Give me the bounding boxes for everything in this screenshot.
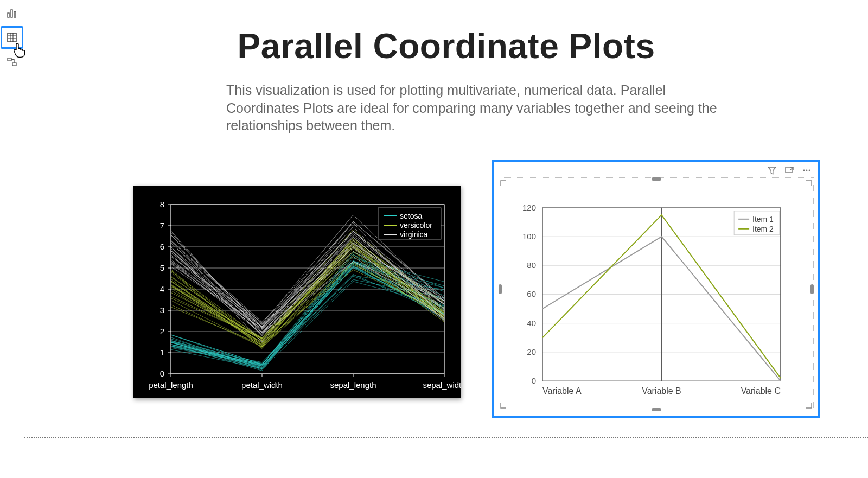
- svg-text:0: 0: [160, 369, 164, 378]
- view-switcher-rail: [0, 0, 24, 478]
- svg-text:sepal_length: sepal_length: [330, 380, 376, 390]
- iris-parallel-chart: 012345678petal_lengthpetal_widthsepal_le…: [133, 186, 461, 398]
- crop-corner-icon: [806, 179, 812, 186]
- resize-handle-right[interactable]: [810, 284, 814, 294]
- visual-toolbar: [766, 164, 813, 176]
- resize-handle-top[interactable]: [652, 177, 661, 181]
- resize-handle-bottom[interactable]: [652, 408, 661, 411]
- visual-focus-button[interactable]: [783, 164, 795, 176]
- svg-text:Variable B: Variable B: [642, 386, 681, 396]
- svg-text:Variable A: Variable A: [542, 386, 582, 396]
- svg-point-55: [803, 170, 805, 171]
- report-canvas[interactable]: Parallel Coordinate Plots This visualiza…: [24, 0, 868, 478]
- svg-text:8: 8: [160, 200, 164, 209]
- svg-text:sepal_width: sepal_width: [423, 380, 461, 390]
- visual-filter-button[interactable]: [766, 164, 778, 176]
- page-title: Parallel Coordinate Plots: [24, 26, 868, 66]
- visual-more-button[interactable]: [801, 164, 813, 176]
- svg-text:5: 5: [160, 263, 164, 272]
- svg-rect-2: [14, 11, 16, 17]
- item-parallel-chart-svg: 020406080100120Variable AVariable BVaria…: [499, 178, 813, 411]
- svg-point-57: [809, 170, 810, 171]
- resize-handle-left[interactable]: [499, 284, 502, 294]
- model-view-icon: [7, 56, 17, 67]
- report-view-button[interactable]: [2, 3, 22, 23]
- model-view-button[interactable]: [2, 52, 22, 72]
- svg-text:virginica: virginica: [400, 230, 428, 239]
- svg-text:1: 1: [160, 348, 164, 357]
- svg-point-56: [806, 170, 808, 171]
- svg-text:3: 3: [160, 305, 164, 315]
- selected-visual-frame[interactable]: 020406080100120Variable AVariable BVaria…: [492, 160, 820, 418]
- data-view-icon: [7, 32, 17, 43]
- svg-text:setosa: setosa: [400, 212, 422, 220]
- crop-corner-icon: [806, 403, 812, 410]
- svg-text:Item 2: Item 2: [752, 225, 774, 233]
- svg-text:versicolor: versicolor: [400, 221, 432, 230]
- svg-text:Item 1: Item 1: [752, 215, 774, 224]
- svg-text:Variable C: Variable C: [741, 386, 781, 396]
- svg-rect-3: [8, 33, 16, 42]
- iris-parallel-chart-svg: 012345678petal_lengthpetal_widthsepal_le…: [133, 186, 461, 398]
- svg-text:4: 4: [160, 284, 164, 294]
- svg-text:60: 60: [527, 289, 536, 298]
- filter-icon: [767, 165, 777, 175]
- svg-text:40: 40: [527, 318, 536, 328]
- crop-corner-icon: [500, 179, 507, 186]
- more-icon: [802, 165, 812, 175]
- page-subtitle: This visualization is used for plotting …: [226, 81, 727, 135]
- data-view-button[interactable]: [1, 26, 23, 49]
- svg-text:7: 7: [160, 221, 164, 230]
- svg-rect-1: [11, 10, 12, 17]
- svg-text:petal_width: petal_width: [241, 380, 283, 390]
- svg-text:120: 120: [522, 203, 536, 212]
- svg-text:0: 0: [532, 376, 536, 385]
- crop-corner-icon: [500, 403, 507, 410]
- page-separator: [24, 437, 868, 438]
- svg-rect-9: [12, 63, 16, 66]
- svg-rect-54: [786, 167, 792, 173]
- svg-text:100: 100: [522, 232, 536, 241]
- focus-mode-icon: [784, 165, 794, 175]
- svg-text:80: 80: [527, 260, 536, 270]
- svg-text:petal_length: petal_length: [149, 380, 193, 390]
- svg-rect-8: [8, 58, 11, 61]
- svg-text:20: 20: [527, 347, 536, 356]
- report-view-icon: [7, 8, 17, 18]
- svg-text:2: 2: [160, 327, 164, 336]
- svg-rect-0: [8, 13, 9, 17]
- svg-text:6: 6: [160, 242, 164, 251]
- visual-inner: 020406080100120Variable AVariable BVaria…: [499, 177, 814, 411]
